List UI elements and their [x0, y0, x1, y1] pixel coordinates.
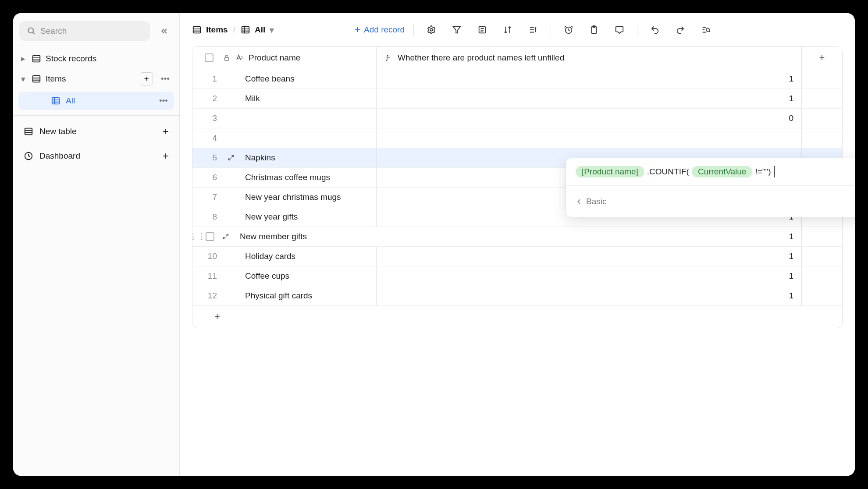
row-index: 7	[192, 188, 223, 207]
cell-product-name[interactable]: New year christmas mugs	[239, 188, 377, 207]
formula-input[interactable]: [Product name] .COUNTIF( CurrentValue !=…	[566, 158, 855, 185]
separator	[413, 24, 414, 36]
svg-line-36	[571, 26, 573, 28]
sort-button[interactable]	[499, 21, 516, 39]
column-formula[interactable]: Whether there are product names left unf…	[377, 47, 802, 69]
view-selector[interactable]: All ▾	[241, 25, 274, 35]
drag-handle[interactable]: ⋮⋮	[192, 227, 202, 246]
cell-formula-value[interactable]: 1	[377, 69, 802, 89]
item-menu-button[interactable]: •••	[157, 74, 173, 84]
formula-text: !="")	[755, 167, 771, 177]
cell-formula-value[interactable]: 1	[377, 89, 802, 108]
add-view-button[interactable]: +	[140, 72, 153, 85]
cell-product-name[interactable]: Holiday cards	[239, 247, 377, 266]
basic-mode-button[interactable]: Basic	[576, 197, 606, 206]
filter-button[interactable]	[448, 21, 466, 39]
plus-icon: +	[163, 150, 169, 162]
table-icon	[32, 54, 41, 64]
table-row[interactable]: ⋮⋮ New member gifts1	[192, 227, 842, 247]
cell-formula-value[interactable]: 0	[377, 109, 802, 128]
svg-point-0	[28, 28, 34, 33]
svg-rect-8	[52, 98, 60, 104]
separator	[637, 24, 637, 36]
main-area: Items / All ▾ + Add record	[180, 13, 855, 476]
dashboard-icon	[24, 151, 33, 161]
cell-product-name[interactable]: Physical gift cards	[239, 286, 377, 305]
svg-line-43	[709, 31, 710, 32]
new-table-label: New table	[39, 127, 77, 136]
find-button[interactable]	[697, 21, 715, 39]
formula-chip-currentvalue[interactable]: CurrentValue	[692, 166, 753, 177]
svg-marker-24	[453, 27, 461, 33]
search-input[interactable]: Search	[19, 21, 150, 41]
table-row[interactable]: 11 Coffee cups1	[192, 266, 842, 286]
text-cursor	[774, 166, 775, 177]
toolbar-group-3	[646, 21, 715, 39]
clipboard-button[interactable]	[585, 21, 603, 39]
cell-product-name[interactable]: New member gifts	[234, 227, 371, 246]
search-row: Search	[13, 21, 179, 49]
cell-product-name[interactable]: Christmas coffee mugs	[239, 168, 377, 187]
table-row[interactable]: 12 Physical gift cards1	[192, 286, 842, 306]
cell-formula-value[interactable]: 1	[377, 247, 802, 266]
cell-product-name[interactable]: Coffee cups	[239, 266, 377, 286]
column-label: Product name	[249, 53, 300, 63]
dashboard-button[interactable]: Dashboard +	[13, 144, 179, 168]
cell-product-name[interactable]	[239, 128, 377, 148]
separator	[551, 24, 551, 36]
cell-product-name[interactable]: Milk	[239, 89, 377, 108]
cell-formula-value[interactable]: 1	[377, 286, 802, 305]
cell-formula-value[interactable]: 1	[377, 266, 802, 286]
row-index: 10	[192, 247, 223, 266]
redo-button[interactable]	[672, 21, 689, 39]
topbar: Items / All ▾ + Add record	[180, 13, 855, 46]
group-button[interactable]	[524, 21, 542, 39]
expand-row-button[interactable]	[218, 227, 234, 246]
undo-button[interactable]	[646, 21, 664, 39]
caret-down-icon: ▾	[19, 74, 27, 84]
cell-product-name[interactable]: New year gifts	[239, 207, 377, 227]
formula-footer: Basic Cancel Confirm	[566, 185, 855, 217]
formula-chip-field[interactable]: [Product name]	[576, 166, 644, 177]
search-icon	[27, 27, 36, 35]
expand-row-button[interactable]	[223, 148, 239, 167]
sidebar-item-label: Items	[46, 74, 66, 84]
row-checkbox[interactable]	[206, 232, 214, 241]
add-row-button[interactable]: +	[192, 306, 842, 328]
new-table-button[interactable]: New table +	[13, 119, 179, 144]
add-column-button[interactable]: +	[802, 47, 842, 69]
table-row[interactable]: 3 0	[192, 109, 842, 128]
column-product-name[interactable]: Product name	[192, 47, 377, 69]
sidebar-view-all[interactable]: All •••	[18, 92, 174, 110]
sidebar-item-items[interactable]: ▾ Items + •••	[13, 68, 179, 90]
svg-line-34	[569, 30, 570, 31]
settings-button[interactable]	[423, 21, 440, 39]
formula-editor-popup: [Product name] .COUNTIF( CurrentValue !=…	[566, 158, 855, 217]
add-record-button[interactable]: + Add record	[355, 24, 405, 35]
cell-product-name[interactable]: Napkins	[239, 148, 377, 167]
collapse-sidebar-button[interactable]	[156, 22, 173, 40]
comment-button[interactable]	[611, 21, 628, 39]
filter-icon	[452, 25, 462, 35]
table-icon	[24, 127, 33, 136]
list-icon	[477, 25, 487, 35]
chevron-left-icon	[576, 198, 583, 205]
cell-product-name[interactable]: Coffee beans	[239, 69, 377, 89]
fields-button[interactable]	[473, 21, 491, 39]
table-icon	[32, 74, 41, 84]
sidebar-item-stock-records[interactable]: ▸ Stock records	[13, 49, 179, 68]
breadcrumb-table[interactable]: Items	[192, 25, 228, 35]
reminder-button[interactable]	[560, 21, 577, 39]
table-row[interactable]: 10 Holiday cards1	[192, 247, 842, 266]
plus-icon: +	[163, 125, 169, 138]
cell-product-name[interactable]	[239, 109, 377, 128]
cell-formula-value[interactable]: 1	[371, 227, 802, 246]
sidebar: Search ▸ Stock records ▾ Items + ••• All…	[13, 13, 180, 476]
table-row[interactable]: 2 Milk1	[192, 89, 842, 109]
view-menu-button[interactable]: •••	[159, 96, 168, 106]
clipboard-icon	[589, 25, 599, 35]
table-row[interactable]: 4	[192, 128, 842, 148]
table-row[interactable]: 1 Coffee beans1	[192, 69, 842, 89]
cell-formula-value[interactable]	[377, 128, 802, 148]
select-all-checkbox[interactable]	[205, 53, 213, 62]
